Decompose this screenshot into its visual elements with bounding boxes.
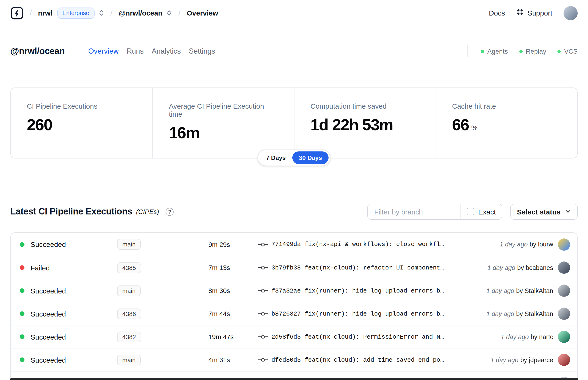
duration-label: 4m 31s [209, 356, 258, 363]
avatar [558, 238, 570, 250]
stat-label: CI Pipeline Executions [27, 102, 136, 110]
table-row[interactable]: Succeeded main 9m 29s 771499da fix(nx-ap… [11, 233, 577, 256]
stat-ci-pipeline-executions: CI Pipeline Executions 260 [11, 88, 152, 158]
help-icon[interactable]: ? [166, 208, 173, 216]
support-link[interactable]: Support [516, 8, 552, 18]
indicator-agents[interactable]: Agents [481, 47, 508, 55]
git-commit-icon [258, 334, 268, 340]
branch-badge[interactable]: 4385 [117, 262, 141, 273]
indicator-replay[interactable]: Replay [519, 47, 546, 55]
breadcrumb-separator: / [110, 8, 113, 18]
breadcrumb-separator: / [30, 8, 32, 18]
branch-cell: main [117, 285, 209, 296]
breadcrumb-org[interactable]: nrwl [38, 9, 53, 17]
user-avatar[interactable] [564, 6, 578, 20]
stat-computation-time-saved: Computation time saved 1d 22h 53m [294, 88, 436, 158]
docs-link[interactable]: Docs [489, 9, 505, 17]
exact-label: Exact [478, 208, 496, 216]
exact-match-toggle[interactable]: Exact [460, 204, 502, 219]
status-dot [20, 288, 24, 293]
workspace-switcher-chevrons-icon[interactable] [166, 10, 172, 16]
green-dot-icon [519, 50, 522, 53]
cipe-section-suffix: (CIPEs) [136, 208, 159, 215]
divider [467, 45, 468, 57]
status-dot [20, 242, 24, 247]
commit-message[interactable]: 2d58f6d3 feat(nx-cloud): PermissionError… [271, 333, 494, 340]
git-commit-icon [258, 311, 268, 317]
stat-unit: % [471, 124, 478, 132]
tab-settings[interactable]: Settings [189, 47, 215, 56]
workspace-header: @nrwl/ocean Overview Runs Analytics Sett… [0, 45, 588, 57]
branch-badge[interactable]: 4382 [117, 331, 141, 342]
tab-analytics[interactable]: Analytics [152, 47, 181, 56]
breadcrumb-separator: / [178, 8, 181, 18]
stats-card-row: CI Pipeline Executions 260 Average CI Pi… [10, 88, 578, 158]
relative-time: 1 day ago [491, 356, 519, 363]
range-7-days-button[interactable]: 7 Days [259, 152, 292, 164]
git-commit-icon [258, 265, 268, 270]
branch-cell: 4386 [117, 308, 209, 319]
status-dot [20, 265, 24, 270]
stat-value: 260 [27, 116, 136, 134]
branch-badge[interactable]: main [117, 285, 141, 296]
workspace-tabs: Overview Runs Analytics Settings [88, 47, 215, 56]
author-label: by lourw [530, 241, 553, 248]
top-navbar: / nrwl Enterprise / @nrwl/ocean / Overvi… [0, 0, 588, 26]
duration-label: 7m 13s [209, 264, 258, 271]
nx-cloud-logo-icon[interactable] [10, 6, 23, 19]
table-row[interactable]: Succeeded 4386 7m 44s b8726327 fix(runne… [11, 302, 577, 325]
git-commit-icon [258, 288, 268, 293]
date-range-toggle: 7 Days 30 Days [258, 150, 330, 166]
author-label: by StalkAltan [516, 287, 553, 294]
exact-checkbox[interactable] [467, 208, 474, 215]
cipe-table: Succeeded main 9m 29s 771499da fix(nx-ap… [10, 232, 578, 380]
duration-label: 8m 30s [209, 287, 258, 294]
author-label: by bcabanes [517, 264, 553, 271]
branch-badge[interactable]: 4386 [117, 308, 141, 319]
stat-average-execution-time: Average CI Pipeline Execution time 16m [152, 88, 294, 158]
page-title: @nrwl/ocean [10, 46, 65, 57]
status-label: Succeeded [31, 287, 117, 295]
stat-cache-hit-rate: Cache hit rate 66% [436, 88, 577, 158]
indicator-label: Replay [526, 47, 546, 55]
commit-message[interactable]: b8726327 fix(runner): hide log upload er… [271, 310, 480, 317]
status-dot [20, 334, 24, 339]
indicator-label: VCS [564, 47, 578, 55]
stat-value: 66% [452, 116, 561, 134]
app-root: / nrwl Enterprise / @nrwl/ocean / Overvi… [0, 0, 588, 380]
chevron-down-icon [565, 208, 571, 216]
stat-label: Cache hit rate [452, 102, 561, 110]
tab-runs[interactable]: Runs [127, 47, 143, 56]
table-row[interactable]: Failed 4385 7m 13s 3b79fb38 feat(nx-clou… [11, 256, 577, 279]
relative-time: 1 day ago [501, 333, 529, 340]
indicator-vcs[interactable]: VCS [557, 47, 578, 55]
branch-filter-group: Exact [368, 204, 502, 220]
commit-message[interactable]: dfed80d3 feat(nx-cloud): add time-saved … [271, 356, 484, 363]
commit-message[interactable]: 3b79fb38 feat(nx-cloud): refactor UI com… [271, 264, 481, 271]
org-switcher-chevrons-icon[interactable] [98, 10, 104, 16]
status-label: Succeeded [31, 356, 117, 364]
commit-message[interactable]: f37a32ae fix(runner): hide log upload er… [271, 287, 480, 294]
avatar [558, 331, 570, 343]
duration-label: 9m 29s [209, 241, 258, 248]
support-label: Support [528, 9, 552, 17]
indicator-label: Agents [487, 47, 508, 55]
row-meta: 1 day agoby lourw [500, 241, 553, 248]
range-30-days-button[interactable]: 30 Days [292, 152, 329, 164]
branch-badge[interactable]: main [117, 239, 141, 250]
row-meta: 1 day agoby bcabanes [487, 264, 553, 271]
branch-filter-input[interactable] [368, 204, 460, 219]
stat-label: Average CI Pipeline Execution time [169, 102, 278, 118]
table-row[interactable]: Succeeded 4382 19m 47s 2d58f6d3 feat(nx-… [11, 325, 577, 348]
branch-badge[interactable]: main [117, 354, 141, 365]
git-commit-icon [258, 242, 268, 247]
commit-message[interactable]: 771499da fix(nx-api & workflows): close … [271, 241, 493, 248]
tab-overview[interactable]: Overview [88, 47, 118, 56]
table-row[interactable]: Succeeded main 4m 31s dfed80d3 feat(nx-c… [11, 348, 577, 371]
breadcrumb-workspace[interactable]: @nrwl/ocean [119, 9, 163, 17]
stat-value: 16m [169, 124, 278, 142]
table-row[interactable]: Succeeded main 8m 30s f37a32ae fix(runne… [11, 279, 577, 302]
row-meta: 1 day agoby jdpearce [491, 356, 553, 363]
select-status-dropdown[interactable]: Select status [510, 204, 578, 220]
row-meta: 1 day agoby StalkAltan [486, 310, 553, 317]
